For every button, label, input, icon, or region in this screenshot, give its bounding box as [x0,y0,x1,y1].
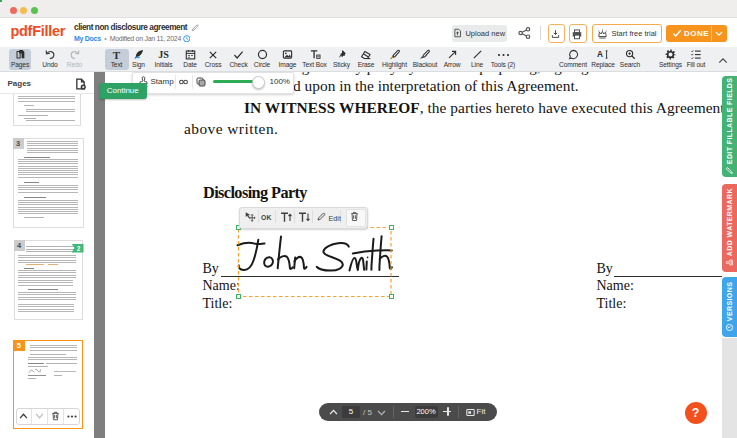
svg-text:A: A [597,50,603,59]
